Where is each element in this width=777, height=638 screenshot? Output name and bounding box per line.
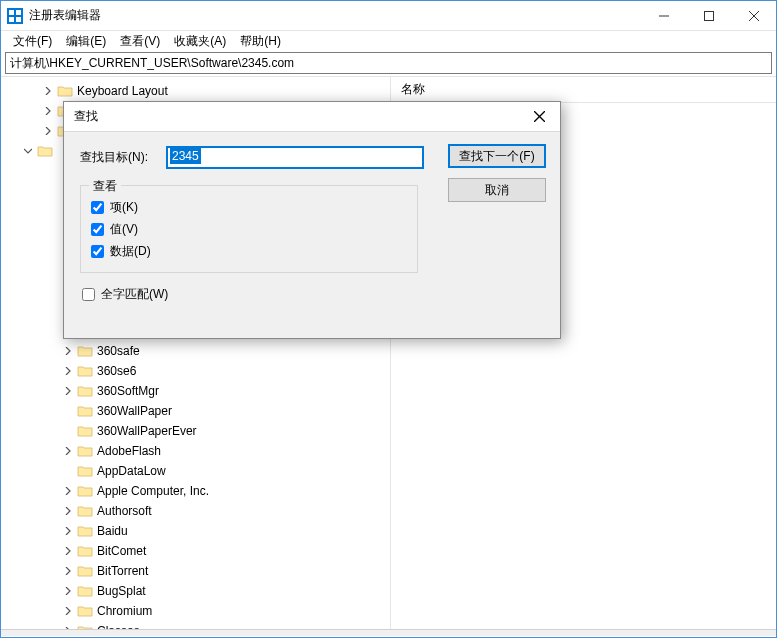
folder-icon bbox=[77, 404, 93, 418]
tree-item[interactable]: Apple Computer, Inc. bbox=[21, 481, 390, 501]
chevron-icon[interactable] bbox=[61, 624, 75, 629]
tree-item[interactable]: AdobeFlash bbox=[21, 441, 390, 461]
tree-item-label: Chromium bbox=[97, 604, 152, 618]
menu-help[interactable]: 帮助(H) bbox=[234, 31, 287, 52]
chevron-down-icon[interactable] bbox=[21, 144, 35, 158]
tree-item[interactable]: Chromium bbox=[21, 601, 390, 621]
titlebar: 注册表编辑器 bbox=[1, 1, 776, 31]
lookat-groupbox: 查看 项(K) 值(V) 数据(D) bbox=[80, 185, 418, 273]
chevron-icon[interactable] bbox=[61, 564, 75, 578]
address-bar[interactable]: 计算机\HKEY_CURRENT_USER\Software\2345.com bbox=[5, 52, 772, 74]
svg-rect-5 bbox=[704, 11, 713, 20]
tree-item[interactable]: BitTorrent bbox=[21, 561, 390, 581]
tree-item-label: BitTorrent bbox=[97, 564, 148, 578]
find-dialog: 查找 查找目标(N): 2345 查看 项(K) 值(V) 数据 bbox=[63, 101, 561, 339]
tree-item-label: Authorsoft bbox=[97, 504, 152, 518]
chevron-icon[interactable] bbox=[61, 604, 75, 618]
tree-item-label: AdobeFlash bbox=[97, 444, 161, 458]
chevron-icon[interactable] bbox=[61, 484, 75, 498]
tree-item[interactable]: BugSplat bbox=[21, 581, 390, 601]
dialog-body: 查找目标(N): 2345 查看 项(K) 值(V) 数据(D) 全字 bbox=[64, 132, 560, 315]
find-input[interactable] bbox=[166, 146, 424, 169]
tree-item-label: 360WallPaper bbox=[97, 404, 172, 418]
svg-rect-3 bbox=[16, 17, 21, 22]
folder-icon bbox=[77, 364, 93, 378]
checkbox-data[interactable] bbox=[91, 245, 104, 258]
tree-item[interactable]: 360WallPaper bbox=[21, 401, 390, 421]
cancel-button[interactable]: 取消 bbox=[448, 178, 546, 202]
checkbox-keys-label: 项(K) bbox=[110, 199, 138, 216]
tree-item-label: 360safe bbox=[97, 344, 140, 358]
chevron-icon[interactable] bbox=[61, 524, 75, 538]
chevron-icon[interactable] bbox=[41, 84, 55, 98]
chevron-icon[interactable] bbox=[61, 584, 75, 598]
tree-item[interactable]: Classes bbox=[21, 621, 390, 629]
folder-icon bbox=[77, 564, 93, 578]
tree-item-label: 360SoftMgr bbox=[97, 384, 159, 398]
folder-icon bbox=[57, 84, 73, 98]
svg-rect-0 bbox=[9, 10, 14, 15]
dialog-title: 查找 bbox=[74, 108, 518, 125]
dialog-buttons: 查找下一个(F) 取消 bbox=[448, 144, 546, 202]
checkbox-keys[interactable] bbox=[91, 201, 104, 214]
chevron-icon[interactable] bbox=[61, 544, 75, 558]
tree-item[interactable]: BitComet bbox=[21, 541, 390, 561]
menu-file[interactable]: 文件(F) bbox=[7, 31, 58, 52]
chevron-icon[interactable] bbox=[61, 444, 75, 458]
tree-item-label: 360WallPaperEver bbox=[97, 424, 197, 438]
tree-item[interactable]: Keyboard Layout bbox=[21, 81, 390, 101]
checkbox-data-label: 数据(D) bbox=[110, 243, 151, 260]
tree-item[interactable]: 360safe bbox=[21, 341, 390, 361]
checkbox-values[interactable] bbox=[91, 223, 104, 236]
folder-icon bbox=[37, 144, 53, 158]
dialog-titlebar[interactable]: 查找 bbox=[64, 102, 560, 132]
minimize-button[interactable] bbox=[641, 1, 686, 30]
folder-icon bbox=[77, 484, 93, 498]
column-header-name[interactable]: 名称 bbox=[391, 77, 776, 103]
tree-item-label: BugSplat bbox=[97, 584, 146, 598]
checkbox-fullmatch[interactable] bbox=[82, 288, 95, 301]
menu-view[interactable]: 查看(V) bbox=[114, 31, 166, 52]
folder-icon bbox=[77, 604, 93, 618]
tree-item-label: BitComet bbox=[97, 544, 146, 558]
chevron-icon[interactable] bbox=[61, 504, 75, 518]
folder-icon bbox=[77, 544, 93, 558]
chevron-icon[interactable] bbox=[41, 104, 55, 118]
folder-icon bbox=[77, 504, 93, 518]
tree-item[interactable]: 360se6 bbox=[21, 361, 390, 381]
tree-item[interactable]: AppDataLow bbox=[21, 461, 390, 481]
dialog-close-button[interactable] bbox=[518, 102, 560, 131]
tree-item-label: Keyboard Layout bbox=[77, 84, 168, 98]
tree-item[interactable]: Baidu bbox=[21, 521, 390, 541]
folder-icon bbox=[77, 524, 93, 538]
checkbox-values-label: 值(V) bbox=[110, 221, 138, 238]
checkbox-data-row: 数据(D) bbox=[91, 240, 407, 262]
folder-icon bbox=[77, 584, 93, 598]
checkbox-keys-row: 项(K) bbox=[91, 196, 407, 218]
menu-favorites[interactable]: 收藏夹(A) bbox=[168, 31, 232, 52]
chevron-icon[interactable] bbox=[61, 364, 75, 378]
folder-icon bbox=[77, 384, 93, 398]
tree-item-label: 360se6 bbox=[97, 364, 136, 378]
tree-item[interactable]: 360SoftMgr bbox=[21, 381, 390, 401]
app-title: 注册表编辑器 bbox=[29, 7, 641, 24]
checkbox-values-row: 值(V) bbox=[91, 218, 407, 240]
chevron-icon[interactable] bbox=[61, 384, 75, 398]
maximize-button[interactable] bbox=[686, 1, 731, 30]
tree-item-label: AppDataLow bbox=[97, 464, 166, 478]
menu-edit[interactable]: 编辑(E) bbox=[60, 31, 112, 52]
tree-item[interactable]: 360WallPaperEver bbox=[21, 421, 390, 441]
close-button[interactable] bbox=[731, 1, 776, 30]
folder-icon bbox=[77, 344, 93, 358]
chevron-icon[interactable] bbox=[61, 344, 75, 358]
window-controls bbox=[641, 1, 776, 30]
chevron-icon[interactable] bbox=[41, 124, 55, 138]
tree-item-label: Baidu bbox=[97, 524, 128, 538]
tree-item[interactable]: Authorsoft bbox=[21, 501, 390, 521]
folder-icon bbox=[77, 424, 93, 438]
statusbar bbox=[1, 629, 776, 636]
svg-rect-1 bbox=[16, 10, 21, 15]
find-next-button[interactable]: 查找下一个(F) bbox=[448, 144, 546, 168]
regedit-app-icon bbox=[7, 8, 23, 24]
menubar: 文件(F) 编辑(E) 查看(V) 收藏夹(A) 帮助(H) bbox=[1, 31, 776, 51]
